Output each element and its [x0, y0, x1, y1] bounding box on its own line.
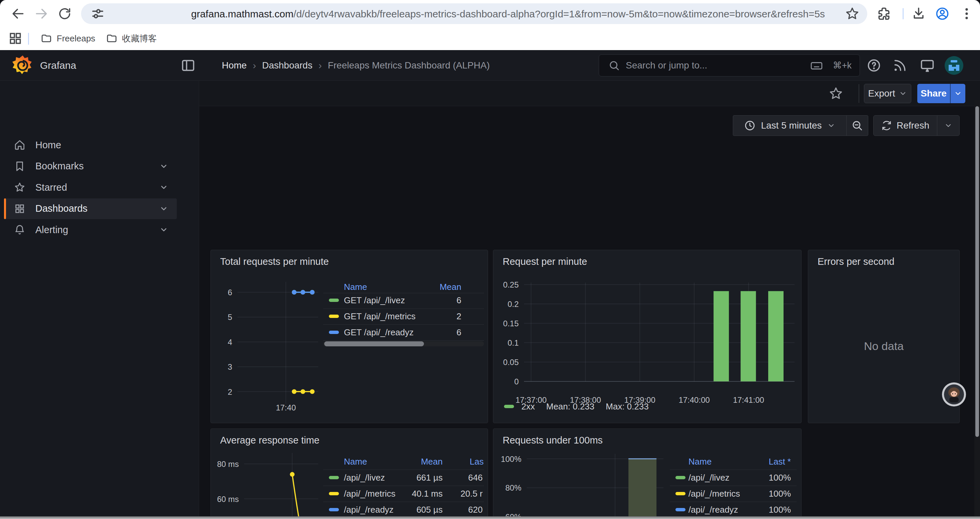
star-icon	[14, 182, 25, 193]
folder-icon	[106, 33, 118, 44]
legend-col-header[interactable]: Name	[344, 282, 367, 292]
brand-text[interactable]: Grafana	[40, 50, 76, 81]
time-range-picker[interactable]: Last 5 minutes	[733, 115, 846, 136]
zoom-out-icon	[851, 120, 863, 131]
svg-text:0.25: 0.25	[503, 280, 519, 289]
svg-text:4: 4	[228, 338, 232, 347]
table-divider	[323, 308, 484, 309]
subheader-divider	[859, 84, 859, 103]
breadcrumb: Home › Dashboards › Freeleaps Metrics Da…	[222, 50, 490, 81]
page-scrollbar[interactable]	[974, 100, 980, 519]
svg-text:3: 3	[228, 363, 232, 371]
svg-text:6: 6	[228, 288, 232, 297]
sidebar-item-dashboards[interactable]: Dashboards	[4, 198, 177, 219]
series-name[interactable]: /api/_/readyz	[689, 505, 738, 515]
bookmarks-bar: Freeleaps 收藏博客	[0, 27, 980, 50]
share-button[interactable]: Share	[917, 84, 950, 103]
panel-title[interactable]: Errors per second	[818, 256, 895, 267]
chart-legend[interactable]: 2xxMean: 0.233Max: 0.233	[504, 401, 649, 412]
panel-errors-per-second: Errors per secondNo data	[808, 250, 960, 423]
back-icon[interactable]	[11, 6, 25, 21]
series-swatch	[329, 331, 339, 334]
page-scrollbar-thumb[interactable]	[975, 106, 979, 437]
extensions-icon[interactable]	[877, 6, 891, 21]
table-divider	[323, 485, 484, 486]
chevron-down-icon[interactable]	[159, 162, 168, 171]
grafana-logo[interactable]	[12, 55, 33, 76]
sidebar-item-starred[interactable]: Starred	[4, 177, 177, 198]
screen: grafana.mathmast.com/d/deytv4rwavabkb/fr…	[0, 0, 980, 519]
series-name[interactable]: GET /api/_/livez	[344, 295, 405, 306]
kiosk-monitor-icon[interactable]	[920, 58, 935, 73]
bookmark-star-icon[interactable]	[845, 6, 859, 21]
star-dashboard-icon[interactable]	[829, 86, 843, 101]
svg-text:17:41:00: 17:41:00	[733, 395, 764, 404]
profile-icon[interactable]	[935, 6, 950, 21]
sidebar-item-label: Bookmarks	[35, 161, 84, 172]
legend-col-header[interactable]: Mean	[421, 457, 442, 467]
series-name[interactable]: /api/_/metrics	[344, 489, 396, 499]
zoom-out-button[interactable]	[846, 115, 868, 136]
bookmark-folder-freeleaps[interactable]: Freeleaps	[41, 30, 95, 47]
chevron-down-icon[interactable]	[159, 183, 168, 192]
help-icon[interactable]	[867, 58, 881, 73]
apps-icon	[14, 203, 25, 214]
series-name[interactable]: GET /api/_/metrics	[344, 311, 415, 322]
legend-col-header[interactable]: Las	[470, 457, 484, 467]
breadcrumb-dashboards[interactable]: Dashboards	[262, 60, 313, 71]
bookmark-folder-blogs[interactable]: 收藏博客	[106, 30, 157, 47]
series-value: 40.1 ms	[412, 489, 443, 499]
refresh-button[interactable]: Refresh	[873, 120, 937, 131]
window-bottom-edge	[0, 516, 980, 519]
user-avatar[interactable]	[945, 56, 963, 75]
chevron-down-icon[interactable]	[159, 225, 168, 234]
series-name[interactable]: /api/_/readyz	[344, 505, 394, 515]
legend-col-header[interactable]: Mean	[440, 282, 461, 292]
series-swatch	[675, 508, 686, 511]
site-info-icon[interactable]	[91, 6, 105, 21]
reload-icon[interactable]	[57, 6, 72, 21]
apps-grid-icon[interactable]	[8, 31, 23, 46]
collapse-sidebar-icon[interactable]	[181, 58, 196, 73]
svg-text:80%: 80%	[505, 483, 521, 492]
sidebar-item-home[interactable]: Home	[4, 134, 177, 155]
assistant-avatar[interactable]	[942, 382, 966, 406]
breadcrumb-home[interactable]: Home	[222, 60, 247, 71]
svg-text:2: 2	[228, 387, 232, 396]
export-button[interactable]: Export	[864, 84, 911, 103]
legend-col-header[interactable]: Last *	[769, 457, 791, 467]
panel-avg-response-time: Average response time80 ms60 ms40 ms20 m…	[210, 428, 488, 519]
svg-text:60 ms: 60 ms	[217, 495, 239, 504]
legend-col-header[interactable]: Name	[689, 457, 711, 467]
sidebar-item-bookmarks[interactable]: Bookmarks	[4, 156, 177, 177]
search-input[interactable]: Search or jump to... ⌘+k	[599, 54, 860, 77]
panel-request-per-minute: Request per minute0.250.20.150.10.05017:…	[493, 250, 802, 423]
refresh-interval-button[interactable]	[937, 121, 959, 129]
dashboard-subheader: Export Share	[199, 81, 980, 106]
sidebar-item-label: Starred	[35, 182, 67, 193]
search-placeholder: Search or jump to...	[626, 60, 707, 71]
menu-kebab-icon[interactable]	[959, 6, 974, 21]
table-scrollbar-thumb[interactable]	[324, 341, 424, 347]
series-name[interactable]: /api/_/livez	[689, 473, 730, 483]
series-name[interactable]: GET /api/_/readyz	[344, 327, 414, 338]
grafana-app: Grafana Home › Dashboards › Freeleaps Me…	[0, 50, 980, 519]
legend-col-header[interactable]: Name	[344, 457, 367, 467]
breadcrumb-separator: ›	[253, 60, 256, 71]
svg-text:5: 5	[228, 313, 232, 322]
table-scrollbar[interactable]	[323, 341, 484, 347]
legend-stat: Max: 0.233	[606, 401, 649, 412]
news-rss-icon[interactable]	[892, 58, 907, 73]
series-name[interactable]: /api/_/metrics	[689, 489, 740, 499]
series-name[interactable]: /api/_/livez	[344, 473, 385, 483]
url-text: grafana.mathmast.com/d/deytv4rwavabkb/fr…	[191, 8, 825, 20]
grafana-header: Grafana Home › Dashboards › Freeleaps Me…	[0, 50, 980, 81]
sidebar-item-label: Dashboards	[35, 203, 88, 214]
forward-icon[interactable]	[34, 6, 49, 21]
series-swatch	[329, 299, 339, 302]
downloads-icon[interactable]	[911, 6, 926, 21]
sidebar-item-alerting[interactable]: Alerting	[4, 219, 177, 240]
chevron-down-icon[interactable]	[159, 204, 168, 213]
url-bar[interactable]: grafana.mathmast.com/d/deytv4rwavabkb/fr…	[81, 3, 867, 24]
share-menu-button[interactable]	[951, 84, 965, 103]
